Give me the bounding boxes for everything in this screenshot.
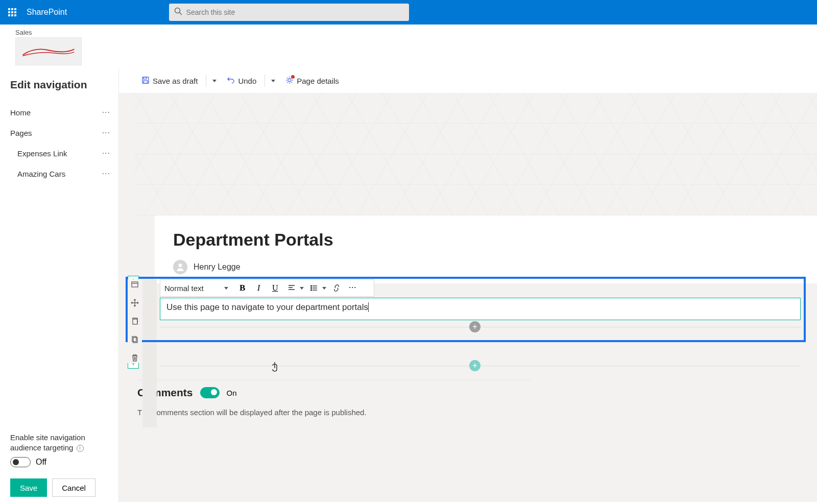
- svg-line-10: [179, 12, 182, 15]
- page-details-label: Page details: [297, 77, 339, 85]
- italic-button[interactable]: I: [253, 282, 265, 294]
- audience-targeting-toggle[interactable]: [10, 457, 31, 467]
- delete-section-icon[interactable]: [130, 353, 140, 363]
- nav-item-expenses-link[interactable]: Expenses Link ···: [10, 143, 110, 163]
- svg-point-14: [288, 79, 291, 82]
- nav-item-more-icon[interactable]: ···: [102, 169, 110, 178]
- save-as-draft-label: Save as draft: [153, 77, 198, 85]
- edit-section-icon[interactable]: [130, 279, 140, 290]
- nav-item-label: Expenses Link: [17, 149, 67, 158]
- author-name: Henry Legge: [194, 262, 241, 272]
- undo-button[interactable]: Undo: [222, 74, 261, 88]
- svg-point-22: [310, 290, 311, 291]
- svg-rect-12: [143, 77, 147, 79]
- nav-item-label: Home: [10, 108, 31, 117]
- page-details-button[interactable]: Page details: [280, 74, 344, 88]
- header-background: [134, 93, 817, 215]
- comments-block: Comments On The comments section will be…: [137, 387, 367, 417]
- text-style-dropdown[interactable]: Normal text: [164, 284, 232, 293]
- duplicate-section-icon[interactable]: [130, 316, 140, 326]
- audience-targeting-label: Enable site navigation audience targetin…: [10, 433, 110, 453]
- link-button[interactable]: [330, 282, 343, 294]
- divider: [265, 75, 265, 87]
- site-name: Sales: [15, 29, 802, 36]
- copy-section-icon[interactable]: [130, 334, 140, 345]
- svg-rect-6: [8, 14, 10, 16]
- nav-item-label: Amazing Cars: [17, 170, 65, 178]
- audience-toggle-state: Off: [36, 458, 46, 467]
- mouse-cursor-icon: [270, 361, 280, 376]
- add-section-button[interactable]: +: [469, 360, 480, 371]
- suite-bar: SharePoint: [0, 0, 817, 25]
- align-chevron-icon[interactable]: [300, 287, 304, 290]
- align-button[interactable]: [285, 282, 298, 294]
- comments-note: The comments section will be displayed a…: [137, 408, 367, 417]
- text-webpart[interactable]: Normal text B I U: [160, 279, 801, 320]
- chevron-down-icon: [224, 287, 228, 290]
- list-chevron-icon[interactable]: [322, 287, 326, 290]
- nav-item-amazing-cars[interactable]: Amazing Cars ···: [10, 163, 110, 184]
- svg-rect-4: [11, 11, 13, 13]
- edit-navigation-panel: Edit navigation Home ··· Pages ··· Expen…: [0, 68, 118, 502]
- nav-item-home[interactable]: Home ···: [10, 102, 110, 123]
- svg-rect-17: [133, 319, 137, 324]
- svg-rect-2: [14, 8, 16, 10]
- svg-point-15: [179, 263, 182, 267]
- comments-toggle[interactable]: [200, 387, 220, 398]
- undo-label: Undo: [238, 77, 256, 85]
- save-as-draft-chevron[interactable]: [209, 74, 220, 87]
- text-style-label: Normal text: [164, 284, 204, 293]
- site-header: Sales: [0, 25, 817, 68]
- svg-rect-0: [8, 8, 10, 10]
- svg-rect-5: [14, 11, 16, 13]
- nav-item-more-icon[interactable]: ···: [102, 149, 110, 158]
- site-logo[interactable]: [15, 37, 82, 65]
- svg-rect-1: [11, 8, 13, 10]
- list-button[interactable]: [308, 282, 320, 294]
- svg-rect-8: [14, 14, 16, 16]
- svg-rect-16: [132, 282, 138, 287]
- text-content: Use this page to navigate to your depart…: [166, 302, 369, 312]
- nav-item-pages[interactable]: Pages ···: [10, 123, 110, 143]
- command-bar: Save as draft Undo Page details: [119, 68, 817, 93]
- save-icon: [141, 76, 150, 86]
- search-input[interactable]: [182, 8, 404, 16]
- undo-icon: [227, 76, 235, 86]
- undo-chevron[interactable]: [268, 74, 278, 87]
- nav-item-more-icon[interactable]: ···: [102, 108, 110, 117]
- nav-item-label: Pages: [10, 129, 32, 137]
- bold-button[interactable]: B: [236, 282, 249, 294]
- text-input-area[interactable]: Use this page to navigate to your depart…: [160, 298, 801, 320]
- page-canvas: Save as draft Undo Page details: [118, 68, 817, 502]
- svg-point-21: [310, 287, 311, 289]
- edit-nav-title: Edit navigation: [10, 79, 110, 91]
- info-icon[interactable]: i: [77, 445, 84, 452]
- app-launcher-icon[interactable]: [0, 0, 25, 25]
- divider: [206, 75, 206, 87]
- comments-toggle-state: On: [227, 389, 237, 397]
- page-content: Department Portals Henry Legge: [155, 215, 817, 283]
- save-button[interactable]: Save: [10, 478, 47, 497]
- avatar[interactable]: [173, 260, 187, 274]
- search-icon: [174, 7, 182, 17]
- rich-text-toolbar: Normal text B I U: [160, 279, 374, 297]
- svg-rect-3: [8, 11, 10, 13]
- page-title[interactable]: Department Portals: [173, 230, 799, 250]
- save-as-draft-button[interactable]: Save as draft: [136, 74, 203, 88]
- svg-rect-13: [143, 81, 148, 83]
- cancel-button[interactable]: Cancel: [52, 478, 95, 497]
- search-box[interactable]: [169, 4, 409, 21]
- section-tools: [128, 279, 142, 363]
- app-name[interactable]: SharePoint: [27, 8, 67, 17]
- more-formatting-button[interactable]: ···: [347, 282, 359, 294]
- svg-point-20: [310, 285, 311, 286]
- nav-item-more-icon[interactable]: ···: [102, 128, 110, 137]
- gear-icon: [285, 76, 294, 86]
- divider: [137, 380, 531, 380]
- underline-button[interactable]: U: [269, 282, 281, 294]
- author-row: Henry Legge: [173, 260, 799, 274]
- svg-rect-7: [11, 14, 13, 16]
- move-section-icon[interactable]: [130, 298, 140, 308]
